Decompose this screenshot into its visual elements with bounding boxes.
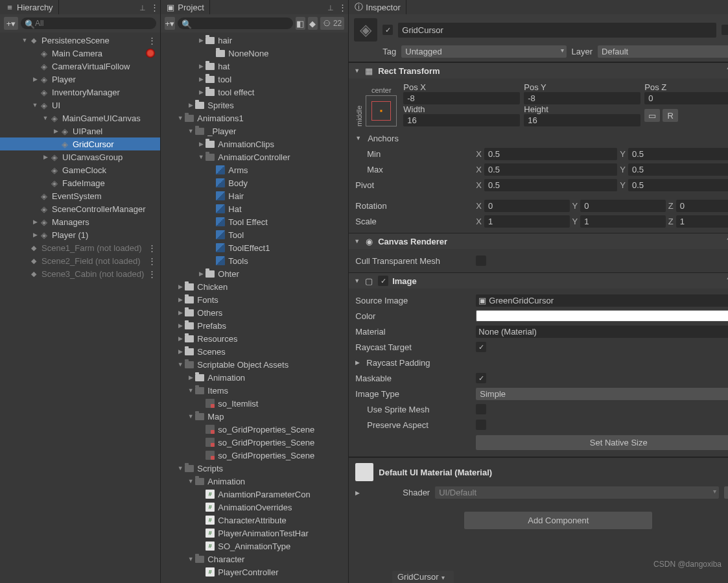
foldout-arrow-icon[interactable] bbox=[176, 348, 184, 355]
tree-row[interactable]: PlayerController bbox=[161, 565, 348, 578]
add-component-button[interactable]: Add Component bbox=[464, 512, 652, 529]
component-enabled-checkbox[interactable] bbox=[378, 276, 388, 286]
tree-row[interactable]: Scenes bbox=[161, 345, 348, 358]
foldout-arrow-icon[interactable] bbox=[197, 75, 205, 83]
tree-row[interactable]: NoneNone bbox=[161, 47, 348, 60]
help-icon[interactable]: ? bbox=[723, 276, 728, 285]
hierarchy-search[interactable]: 🔍 bbox=[21, 18, 156, 29]
tree-row[interactable]: tool bbox=[161, 73, 348, 86]
lock-icon[interactable]: ⟂ bbox=[325, 1, 336, 13]
foldout-icon[interactable]: ▼ bbox=[354, 238, 360, 244]
anchors-min-y[interactable] bbox=[628, 148, 728, 160]
inspector-tab[interactable]: ⓘ Inspector bbox=[349, 0, 406, 14]
foldout-icon[interactable]: ▶ bbox=[355, 490, 360, 496]
static-checkbox[interactable] bbox=[722, 25, 728, 35]
foldout-arrow-icon[interactable] bbox=[197, 36, 205, 44]
posz-field[interactable] bbox=[644, 92, 728, 104]
context-menu-icon[interactable]: ⋮ bbox=[144, 256, 160, 266]
tree-row[interactable]: SO_AnimationType bbox=[161, 540, 348, 553]
tree-row[interactable]: so_GridProperties_Scene bbox=[161, 423, 348, 436]
foldout-arrow-icon[interactable] bbox=[197, 62, 205, 70]
anchors-max-y[interactable] bbox=[628, 163, 728, 176]
foldout-arrow-icon[interactable] bbox=[176, 114, 184, 122]
tree-row[interactable]: Others bbox=[161, 306, 348, 319]
tree-row[interactable]: Prefabs bbox=[161, 319, 348, 332]
foldout-arrow-icon[interactable] bbox=[31, 101, 39, 109]
tree-row[interactable]: UI bbox=[0, 99, 160, 112]
create-button[interactable]: +▾ bbox=[4, 17, 18, 30]
material-field[interactable]: None (Material) bbox=[476, 326, 728, 338]
tree-row[interactable]: hat bbox=[161, 60, 348, 73]
scl-x[interactable] bbox=[484, 215, 570, 228]
tree-row[interactable]: Animations1 bbox=[161, 112, 348, 125]
help-icon[interactable]: ? bbox=[723, 237, 728, 246]
cull-checkbox[interactable] bbox=[476, 256, 486, 266]
search-input[interactable] bbox=[192, 19, 289, 28]
foldout-arrow-icon[interactable] bbox=[197, 153, 205, 161]
active-checkbox[interactable] bbox=[382, 25, 393, 35]
tree-row[interactable]: so_GridProperties_Scene bbox=[161, 449, 348, 462]
color-field[interactable] bbox=[476, 310, 728, 322]
tree-row[interactable]: Player bbox=[0, 73, 160, 86]
tree-row[interactable]: SceneControllerManager bbox=[0, 202, 160, 215]
tree-row[interactable]: AnimationClips bbox=[161, 137, 348, 150]
tree-row[interactable]: Scene2_Field (not loaded)⋮ bbox=[0, 254, 160, 267]
set-native-size-button[interactable]: Set Native Size bbox=[476, 435, 728, 450]
edit-button[interactable]: Edit... bbox=[724, 486, 728, 499]
foldout-arrow-icon[interactable] bbox=[187, 387, 194, 394]
foldout-icon[interactable]: ▼ bbox=[354, 278, 360, 284]
anchors-foldout[interactable]: ▼ bbox=[355, 135, 361, 141]
tree-row[interactable]: MainGameUICanvas bbox=[0, 112, 160, 125]
tree-row[interactable]: Scene1_Farm (not loaded)⋮ bbox=[0, 241, 160, 254]
raw-edit-button[interactable]: R bbox=[663, 109, 678, 122]
blueprint-mode-button[interactable]: ▭ bbox=[644, 109, 660, 122]
tree-row[interactable]: Resources bbox=[161, 332, 348, 345]
tree-row[interactable]: ToolEffect1 bbox=[161, 241, 348, 254]
tree-row[interactable]: Items bbox=[161, 384, 348, 397]
rot-z[interactable] bbox=[676, 200, 728, 212]
foldout-arrow-icon[interactable] bbox=[41, 114, 49, 122]
tree-row[interactable]: Ohter bbox=[161, 267, 348, 280]
tree-row[interactable]: Player (1) bbox=[0, 228, 160, 241]
tree-row[interactable]: Animation bbox=[161, 475, 348, 488]
anchors-min-x[interactable] bbox=[484, 148, 617, 160]
search-input[interactable] bbox=[35, 19, 152, 28]
foldout-arrow-icon[interactable] bbox=[31, 218, 39, 226]
raycast-padding-foldout[interactable]: ▶ bbox=[355, 359, 360, 366]
height-field[interactable] bbox=[524, 114, 640, 126]
tree-row[interactable]: Managers bbox=[0, 215, 160, 228]
tree-row[interactable]: so_Itemlist bbox=[161, 397, 348, 410]
posy-field[interactable] bbox=[524, 92, 640, 104]
preview-dropdown[interactable]: GridCursor bbox=[392, 571, 454, 583]
foldout-icon[interactable]: ▼ bbox=[354, 67, 360, 74]
lock-icon[interactable]: ⟂ bbox=[137, 1, 148, 13]
hierarchy-tab[interactable]: ≡ Hierarchy bbox=[0, 0, 59, 14]
create-button[interactable]: +▾ bbox=[165, 17, 174, 30]
tree-row[interactable]: EventSystem bbox=[0, 189, 160, 202]
tree-row[interactable]: Scene3_Cabin (not loaded)⋮ bbox=[0, 267, 160, 280]
tree-row[interactable]: UICanvasGroup bbox=[0, 150, 160, 163]
foldout-arrow-icon[interactable] bbox=[176, 283, 184, 291]
tree-row[interactable]: AnimationOverrides bbox=[161, 501, 348, 514]
tree-row[interactable]: Scripts bbox=[161, 462, 348, 475]
tree-row[interactable]: UIPanel bbox=[0, 125, 160, 137]
raycast-checkbox[interactable] bbox=[476, 342, 486, 352]
tree-row[interactable]: AnimatiorController bbox=[161, 150, 348, 163]
foldout-arrow-icon[interactable] bbox=[187, 374, 194, 381]
anchor-preset-button[interactable]: middle center bbox=[355, 86, 397, 126]
tree-row[interactable]: Hat bbox=[161, 202, 348, 215]
foldout-arrow-icon[interactable] bbox=[176, 322, 184, 329]
tree-row[interactable]: InventoryManager bbox=[0, 86, 160, 99]
tree-row[interactable]: Tool Effect bbox=[161, 215, 348, 228]
tree-row[interactable]: Map bbox=[161, 410, 348, 423]
scl-z[interactable] bbox=[676, 215, 728, 228]
tree-row[interactable]: CharacterAttribute bbox=[161, 514, 348, 527]
foldout-arrow-icon[interactable] bbox=[41, 153, 49, 161]
context-menu-icon[interactable]: ⋮ bbox=[144, 243, 160, 253]
gameobject-icon[interactable] bbox=[354, 18, 377, 42]
tree-row[interactable]: _Player bbox=[161, 125, 348, 137]
tree-row[interactable]: PersistenceScene⋮ bbox=[0, 34, 160, 47]
width-field[interactable] bbox=[403, 114, 520, 126]
image-type-dropdown[interactable]: Simple bbox=[476, 388, 728, 400]
tree-row[interactable]: so_GridProperties_Scene bbox=[161, 436, 348, 449]
